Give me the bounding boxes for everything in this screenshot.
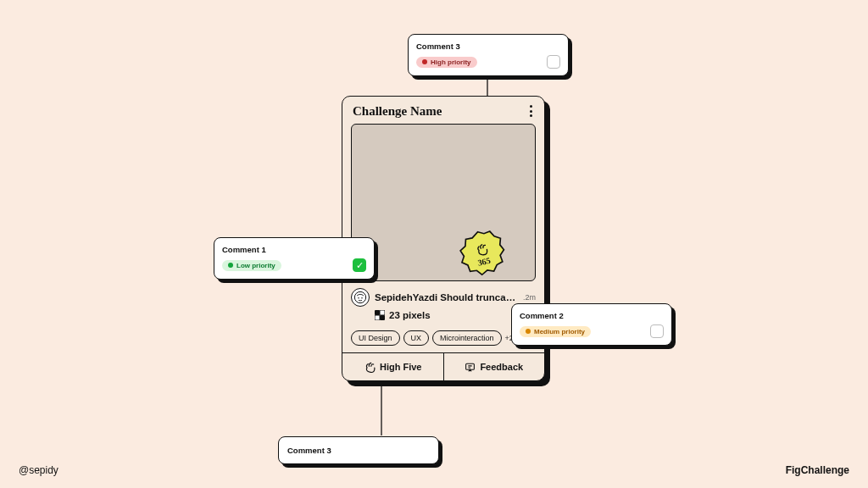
feedback-icon xyxy=(465,362,476,373)
priority-dot-icon xyxy=(422,59,427,64)
priority-pill-high: High priority xyxy=(416,57,477,68)
priority-label: High priority xyxy=(431,58,471,66)
svg-rect-12 xyxy=(375,310,380,315)
annotation-title: Comment 3 xyxy=(287,446,430,455)
annotation-title: Comment 2 xyxy=(520,311,664,320)
annotation-title: Comment 1 xyxy=(222,245,366,254)
svg-point-9 xyxy=(354,291,365,302)
author-avatar[interactable] xyxy=(351,288,370,307)
tag-ui-design[interactable]: UI Design xyxy=(351,330,400,346)
annotation-comment-2[interactable]: Comment 2 Medium priority xyxy=(511,303,672,346)
priority-label: Low priority xyxy=(236,262,275,269)
pixel-count: 23 pixels xyxy=(389,310,431,320)
streak-badge-365: 365 xyxy=(454,225,510,281)
annotation-checkbox[interactable] xyxy=(353,258,366,272)
svg-point-10 xyxy=(358,297,359,298)
feedback-button[interactable]: Feedback xyxy=(443,353,545,380)
svg-rect-16 xyxy=(466,363,475,369)
annotation-checkbox[interactable] xyxy=(650,324,664,338)
svg-rect-14 xyxy=(375,315,380,320)
priority-dot-icon xyxy=(526,329,531,334)
tag-microinteraction[interactable]: Microinteraction xyxy=(432,330,502,346)
high-five-button[interactable]: High Five xyxy=(342,353,443,380)
annotation-comment-3-top[interactable]: Comment 3 High priority xyxy=(408,34,569,76)
priority-label: Medium priority xyxy=(534,328,585,336)
figma-icon xyxy=(375,310,385,320)
high-five-label: High Five xyxy=(380,362,422,372)
posted-time: .2m xyxy=(523,293,536,302)
avatar-face-icon xyxy=(353,291,367,304)
tag-ux[interactable]: UX xyxy=(403,330,430,346)
author-name[interactable]: SepidehYazdi Should truncat… xyxy=(375,292,518,302)
clap-icon xyxy=(364,361,376,373)
annotation-comment-3-bottom[interactable]: Comment 3 xyxy=(278,436,439,464)
card-title: Challenge Name xyxy=(353,104,442,119)
svg-point-11 xyxy=(361,297,362,298)
priority-pill-low: Low priority xyxy=(222,260,281,271)
more-menu-button[interactable] xyxy=(526,103,536,119)
feedback-label: Feedback xyxy=(480,362,523,372)
svg-rect-15 xyxy=(380,315,385,320)
svg-rect-13 xyxy=(380,310,385,315)
priority-dot-icon xyxy=(228,263,233,268)
challenge-thumbnail[interactable]: 365 xyxy=(351,124,536,281)
priority-pill-medium: Medium priority xyxy=(520,326,591,337)
annotation-checkbox[interactable] xyxy=(547,55,560,69)
author-handle: @sepidy xyxy=(19,464,58,476)
brand-name: FigChallenge xyxy=(786,464,849,476)
annotation-title: Comment 3 xyxy=(416,42,560,51)
annotation-comment-1[interactable]: Comment 1 Low priority xyxy=(214,237,375,280)
